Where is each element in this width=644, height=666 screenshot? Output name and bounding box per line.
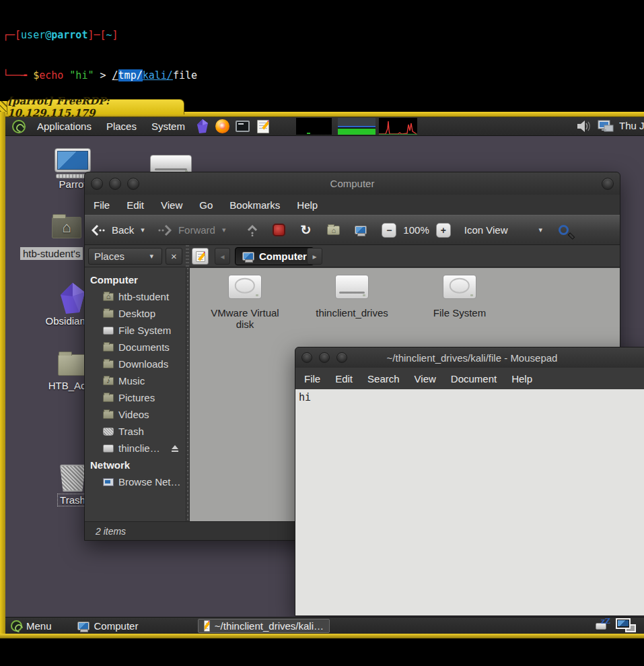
computer-icon: [55, 148, 91, 172]
menu-applications[interactable]: Applications: [30, 117, 99, 135]
trash-icon: [60, 465, 85, 492]
mousepad-titlebar[interactable]: ~/thinclient_drives/kali/file - Mousepad: [295, 347, 644, 368]
sidebar-item-videos[interactable]: Videos: [85, 406, 186, 423]
taskbar-item-computer[interactable]: Computer: [72, 619, 144, 633]
menu-help[interactable]: Help: [297, 199, 318, 211]
sidebar-item-file-system[interactable]: File System: [85, 322, 186, 339]
up-arrow-icon[interactable]: [247, 224, 258, 236]
menu-edit[interactable]: Edit: [127, 199, 144, 211]
menu-bookmarks[interactable]: Bookmarks: [229, 199, 280, 211]
back-dropdown-icon[interactable]: ▾: [141, 226, 145, 234]
forward-button[interactable]: Forward: [178, 224, 215, 236]
sidebar-header-computer: Computer: [85, 271, 186, 288]
screen: ┌─[user@parrot]─[~] └──╼ $echo "hi" > /t…: [0, 0, 644, 666]
zoom-out-button[interactable]: −: [382, 223, 396, 238]
menu-document[interactable]: Document: [451, 373, 497, 385]
clock[interactable]: Thu J: [619, 120, 644, 131]
home-folder-icon: ⌂: [52, 217, 81, 238]
sidebar-item-thinclient[interactable]: thinclie…: [85, 440, 186, 457]
menu-label[interactable]: Menu: [26, 620, 52, 632]
obsidian-launcher[interactable]: [194, 119, 211, 135]
forward-dropdown-icon[interactable]: ▾: [222, 226, 226, 234]
close-button[interactable]: [602, 178, 614, 190]
zoom-in-button[interactable]: +: [436, 223, 451, 238]
sidebar-item-pictures[interactable]: Pictures: [85, 389, 186, 406]
sidebar-item-desktop[interactable]: Desktop: [85, 305, 186, 322]
memory-graph[interactable]: [338, 118, 375, 135]
file-item-vmware-disk[interactable]: VMware Virtual disk: [201, 275, 289, 330]
desktop-icon-home[interactable]: ⌂: [46, 217, 87, 238]
workspace-switcher[interactable]: [616, 618, 636, 632]
applications-menu-icon[interactable]: [5, 117, 30, 135]
mousepad-icon: [204, 620, 210, 632]
system-tray: zZ: [596, 618, 636, 632]
path-scroll-left-button[interactable]: ◂: [215, 248, 230, 265]
edit-location-button[interactable]: [192, 248, 209, 265]
menu-file[interactable]: File: [94, 199, 110, 211]
caja-toolbar: Back ▾ Forward ▾ ↻ ⌂ − 100% + Icon View …: [85, 215, 620, 245]
zoom-level: 100%: [403, 224, 429, 236]
sidebar-item-htb-student[interactable]: ⌂htb-student: [85, 288, 186, 305]
menu-edit[interactable]: Edit: [335, 373, 353, 385]
sidebar-item-trash[interactable]: Trash: [85, 423, 186, 440]
menu-go[interactable]: Go: [199, 199, 213, 211]
firefox-launcher[interactable]: [215, 119, 231, 135]
caja-titlebar[interactable]: Computer: [85, 172, 620, 195]
disk-mounter-icon[interactable]: zZ: [596, 621, 609, 630]
bottom-black-area: [0, 638, 644, 666]
window-title: Computer: [85, 178, 620, 189]
file-item-thinclient-drives[interactable]: thinclient_drives: [308, 275, 396, 319]
menu-file[interactable]: File: [304, 373, 320, 385]
pane-separator[interactable]: [186, 245, 189, 267]
taskbar-item-mousepad[interactable]: ~/thinclient_drives/kali…: [198, 619, 330, 633]
home-button-icon[interactable]: ⌂: [327, 226, 340, 235]
path-scroll-right-button[interactable]: ▸: [307, 248, 322, 265]
search-icon[interactable]: [559, 225, 569, 235]
sidebar-item-music[interactable]: ♪Music: [85, 372, 186, 389]
file-label: thinclient_drives: [308, 307, 396, 319]
file-item-file-system[interactable]: File System: [415, 275, 504, 319]
menu-places[interactable]: Places: [99, 117, 144, 135]
menu-system[interactable]: System: [144, 117, 192, 135]
sidebar-close-button[interactable]: ×: [166, 248, 182, 265]
menu-view[interactable]: View: [161, 199, 182, 211]
back-arrow-icon[interactable]: [92, 225, 105, 236]
caja-location-bar: Places ▾ × ◂ Computer ▸: [85, 245, 620, 267]
network-graph[interactable]: [379, 118, 417, 135]
window-title: ~/thinclient_drives/kali/file - Mousepad: [295, 352, 644, 364]
view-mode-dropdown-icon[interactable]: ▾: [539, 226, 543, 234]
stop-button-icon[interactable]: [273, 224, 285, 236]
terminal-line: ┌─[user@parrot]─[~]: [3, 28, 641, 42]
mousepad-text-area[interactable]: hi: [295, 389, 644, 615]
arrow-left-icon: ◂: [220, 252, 224, 261]
arrow-right-icon: ▸: [312, 252, 316, 261]
text-editor-launcher[interactable]: [255, 119, 271, 135]
forward-arrow-icon[interactable]: [158, 225, 172, 236]
cpu-graph[interactable]: [296, 118, 332, 135]
computer-button-icon[interactable]: [355, 226, 367, 234]
menu-view[interactable]: View: [415, 373, 436, 385]
sidebar-item-browse-network[interactable]: Browse Net…: [85, 473, 186, 490]
caja-menubar: File Edit View Go Bookmarks Help: [85, 195, 620, 215]
menu-button[interactable]: [5, 618, 26, 634]
folder-icon: [103, 310, 114, 318]
menu-help[interactable]: Help: [511, 373, 532, 385]
refresh-icon[interactable]: ↻: [300, 222, 311, 238]
obsidian-gem-icon: [59, 283, 86, 315]
menu-search[interactable]: Search: [367, 373, 400, 385]
sidebar-item-downloads[interactable]: Downloads: [85, 356, 186, 372]
item-count: 2 items: [96, 526, 126, 537]
display-settings-icon[interactable]: [598, 119, 615, 133]
sidebar-item-documents[interactable]: Documents: [85, 339, 186, 356]
hard-disk-icon: [228, 275, 262, 299]
back-button[interactable]: Back: [112, 224, 134, 236]
view-mode-select[interactable]: Icon View: [464, 224, 508, 236]
terminal-launcher[interactable]: [235, 119, 251, 135]
eject-icon[interactable]: [171, 445, 179, 452]
rdp-window-title[interactable]: [parrot] FreeRDP: 10.129.115.179: [7, 99, 184, 114]
sidebar-mode-select[interactable]: Places ▾: [88, 248, 162, 265]
music-folder-icon: ♪: [103, 377, 114, 385]
path-button-computer[interactable]: Computer: [235, 247, 314, 265]
volume-icon[interactable]: [576, 119, 592, 133]
caja-sidebar: Computer ⌂htb-student Desktop File Syste…: [85, 268, 186, 521]
